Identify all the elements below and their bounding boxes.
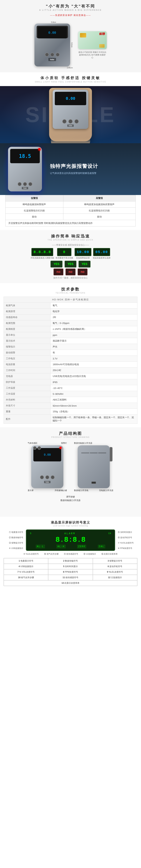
hero-subtitle-2: ——先进的安全保护 就在您身边—— bbox=[0, 14, 141, 17]
tech-param-value-18: 150g（含电池） bbox=[50, 409, 137, 415]
tech-row-14: 工作温度 -10~40°C bbox=[4, 385, 137, 391]
device-on-hand-value: 0.00 bbox=[66, 96, 75, 101]
tech-params-section: 技术参数 TECHNICAL PARAMETERS HD-MOK 四种一多气体检… bbox=[0, 283, 141, 427]
tech-param-name-3: 检测范围 bbox=[4, 320, 50, 326]
tech-param-value-16: ABS工程塑料 bbox=[50, 397, 137, 403]
tech-param-value-19: 铝制钢磁扣吸一个、用于粗单线一条、带磁一条、固定夹一个、固定夹一个、泥磁扣一个 bbox=[50, 415, 137, 424]
tech-row-11: 工作时间 250小时 bbox=[4, 368, 137, 373]
alarm-led-struct bbox=[60, 447, 62, 449]
labels-grid: 1 电量显示符号 2 数据传输符号 3 报警提示符号 4 USB连接指示 5 实… bbox=[4, 558, 137, 586]
grid-cell-9: 9 %LEL浓度符号 bbox=[93, 569, 137, 575]
product-dimensions-wrapper: 5.8cm 0.00 hdar bbox=[34, 21, 73, 69]
tech-param-name-6: 显示技术 bbox=[4, 338, 50, 344]
lcd-display-1: 8.8.8.8 bbox=[31, 248, 53, 256]
lcd-bottom-labels-row: AL-L AL-H ZERO CAL bbox=[30, 545, 111, 548]
lcd-big-num-row: 8 . 8 : 8 . 8 bbox=[30, 536, 111, 544]
alarm-text-area: 独特声光振报警设计 让气体浓度在达到高低报警值时能够迅速报警 bbox=[45, 163, 98, 175]
lcd-top-right: C4 bbox=[108, 532, 111, 535]
yes-display-3: YES bbox=[78, 261, 90, 268]
grid-text-8: PPM浓度符号 bbox=[65, 571, 78, 573]
no-display-2: no bbox=[66, 269, 75, 275]
screen-item-4: 05.00 初始加速度单位选择 bbox=[93, 248, 110, 259]
page-wrapper: "小"有所为 "大"有不同 A LITTLE ACTION MAKES A BI… bbox=[0, 0, 141, 592]
grid-cell-13: 13 此显示浓度单单 bbox=[4, 580, 137, 586]
operation-note: 操作方式一健感，感受加倍安全信心 bbox=[4, 276, 137, 279]
grid-text-10: 校气化学步骤 bbox=[21, 576, 34, 579]
tech-param-value-0: 氧气 bbox=[50, 303, 137, 309]
bottom-labels-row: 显示屏 开机键/确认键 bbox=[28, 489, 67, 492]
tech-param-name-11: 工作时间 bbox=[4, 368, 50, 373]
hand-btn-3 bbox=[74, 119, 79, 124]
alarm-table-wrapper: 低警报 高警报 蜂鸣器低频混响警报声 蜂鸣器更加低频混响高警报声 红蓝报警指示灯… bbox=[0, 195, 141, 230]
grid-num-4: 4 bbox=[19, 565, 20, 568]
tech-row-19: 配件 铝制钢磁扣吸一个、用于粗单线一条、带磁一条、固定夹一个、固定夹一个、泥磁扣… bbox=[4, 415, 137, 424]
tech-param-name-8: 振动报警 bbox=[4, 350, 50, 356]
alarm-table: 低警报 高警报 蜂鸣器低频混响警报声 蜂鸣器更加低频混响高警报声 红蓝报警指示灯… bbox=[5, 195, 136, 226]
grid-cell-2: 2 数据传输符号 bbox=[48, 558, 93, 564]
tech-row-6: 显示技术 液晶数字显示 bbox=[4, 338, 137, 344]
lcd-display-3: 10.00 bbox=[75, 248, 92, 256]
tech-row-1: 检测原理 电化学 bbox=[4, 309, 137, 314]
tech-title-en: TECHNICAL PARAMETERS bbox=[4, 292, 137, 294]
lcd-dot-1: . bbox=[60, 536, 64, 544]
screen-label-3: 高低报警值设置 bbox=[76, 257, 90, 259]
tech-param-value-5: ppm bbox=[50, 332, 137, 338]
hand-device-graphic: 0.00 hdar bbox=[49, 88, 92, 142]
alarm-device-wrapper: 18.5 hdar bbox=[5, 147, 45, 191]
operation-section: 操作简单 响应迅速 THE OPERATION IS SIMPLE AND QU… bbox=[0, 230, 141, 283]
screen-item-1: 8.8.8.8 开机也能直接进入测量功能 bbox=[31, 248, 54, 259]
lcd-colon: : bbox=[68, 536, 73, 544]
grid-cell-5: 5 实时时间显示 bbox=[48, 564, 93, 569]
tech-row-15: 工作湿度 5~90%RH bbox=[4, 391, 137, 397]
tech-param-value-1: 电化学 bbox=[50, 309, 137, 314]
tech-row-17: 外形尺寸 92mm×58mm×28.5mm bbox=[4, 403, 137, 409]
screen-label-4: 初始加速度单位选择 bbox=[93, 257, 110, 259]
hero-product-area: 5.8cm 0.00 hdar bbox=[0, 20, 141, 70]
hand-btn-2 bbox=[68, 119, 73, 124]
no-text-3: no bbox=[81, 270, 84, 274]
no-row: no no no bbox=[4, 269, 137, 275]
lcd-bottom-num-13: ⑬ 此显示浓度单单 bbox=[101, 553, 118, 555]
device-on-hand-logo: hdar bbox=[67, 124, 74, 127]
grid-text-3: 报警提示符号 bbox=[109, 560, 122, 562]
grid-num-12: 12 bbox=[108, 576, 110, 579]
alarm-row-4: 开启报警后声光和振动将同时报警 同时检测到高级报警优先次序执行高警报警动作 bbox=[5, 220, 136, 226]
back-view-wrapper: 数据传输接口/开充器 bbox=[74, 442, 113, 492]
grid-num-7: 7 bbox=[17, 571, 19, 573]
tech-param-value-13: IP65 bbox=[50, 379, 137, 385]
grille-3 bbox=[98, 453, 106, 453]
alarm-cell-1-high: 蜂鸣器更加低频混响高警报声 bbox=[63, 202, 136, 208]
alarm-led bbox=[38, 148, 40, 150]
hand-btn-1 bbox=[62, 119, 67, 124]
operation-desc: ——带着安全感 感受加倍安全信心—— bbox=[4, 244, 137, 247]
lcd-label-al-h: AL-H bbox=[57, 545, 65, 548]
operation-title: 操作简单 响应迅速 bbox=[4, 234, 137, 239]
alarm-cell-4-full: 开启报警后声光和振动将同时报警 同时检测到高级报警优先次序执行高警报警动作 bbox=[5, 220, 136, 226]
lcd-bottom-num-10: ⑩ 校气化学步骤 bbox=[44, 553, 58, 555]
grid-text-2: 数据传输符号 bbox=[65, 560, 78, 562]
alarm-col-high: 高警报 bbox=[63, 195, 136, 202]
label-data-port-1: 数据传输接口/开充器 bbox=[74, 442, 92, 444]
structure-diagram-container: 气体传感区 报警灯 0.00 bbox=[8, 442, 133, 513]
top-labels-row: 气体传感区 报警灯 bbox=[28, 442, 67, 444]
no-text-2: no bbox=[69, 270, 72, 274]
tech-param-name-16: 外壳材料 bbox=[4, 397, 50, 403]
tech-row-3: 检测范围 氧气：0~20ppm bbox=[4, 320, 137, 326]
lcd-right-label-3: ⑦ %VOL浓度符号 bbox=[118, 541, 137, 545]
grid-text-12: 12连接指示 bbox=[111, 576, 122, 579]
grid-num-6: 6 bbox=[108, 565, 109, 568]
lcd-symbol-title-en: LCD screen logo symbol meaning bbox=[4, 525, 137, 527]
grille-2 bbox=[90, 453, 98, 453]
grid-text-4: USB连接指示 bbox=[20, 565, 33, 568]
grid-num-5: 5 bbox=[63, 565, 64, 568]
grid-num-8: 8 bbox=[63, 571, 64, 573]
hero-subtitle: A LITTLE ACTION MAKES A BIG DIFFERENCE bbox=[0, 9, 141, 11]
features-subtitle: SMALL LIGHT HAND FEEL COMFORTABLE BUTTON… bbox=[4, 81, 137, 83]
comparison-text: 迷你小巧的外形 和银行卡对比比超薄米粒无孔 轻巧便携 轻握舒心 bbox=[78, 51, 107, 59]
lcd-dot-2: . bbox=[77, 536, 81, 544]
yes-display-2: YES bbox=[65, 261, 76, 268]
back-top-labels-row: 数据传输接口/开充器 bbox=[74, 442, 113, 444]
tech-row-9: 工作电压 3.7V bbox=[4, 356, 137, 362]
label-alarm-light: 报警灯 bbox=[61, 442, 67, 444]
yes-row: YES YES YES bbox=[4, 261, 137, 268]
